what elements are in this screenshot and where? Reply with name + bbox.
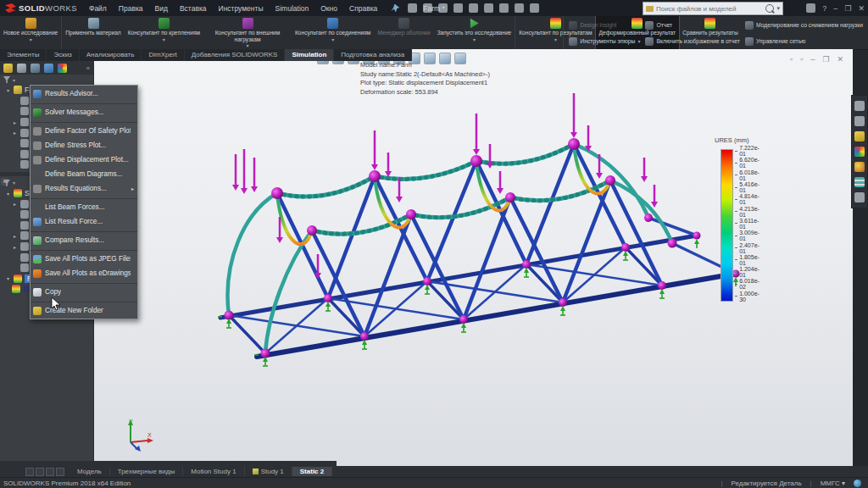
save-icon[interactable] xyxy=(453,3,463,13)
menu-item[interactable]: Правка xyxy=(114,3,148,14)
context-menu-item[interactable]: Save All Plots as eDrawings xyxy=(31,266,137,280)
toolbar-small-button[interactable]: Моделирование со снижением нагрузки xyxy=(745,18,863,32)
tab-scroll-buttons[interactable] xyxy=(0,468,70,476)
menu-item-icon xyxy=(33,269,42,278)
open-icon[interactable] xyxy=(438,3,448,13)
legend-tick xyxy=(735,236,737,236)
menu-item[interactable]: Окно xyxy=(315,3,342,14)
ds-logo-icon xyxy=(5,3,16,13)
part-icon xyxy=(14,86,22,94)
toolbar-button[interactable]: Консультант по креплениям xyxy=(125,16,203,49)
context-menu-item[interactable]: Copy xyxy=(31,283,137,299)
undo-icon[interactable] xyxy=(484,3,493,13)
user-login-icon[interactable] xyxy=(806,3,815,13)
forum-icon[interactable] xyxy=(854,192,865,202)
toolbar-button[interactable]: Менеджер оболочки xyxy=(374,16,433,49)
toolbar-small-button[interactable]: Включить изображение в отчет xyxy=(645,34,739,48)
doc-tab[interactable]: Study 1 xyxy=(245,467,292,476)
context-menu-item[interactable]: Solver Messages... xyxy=(31,103,137,119)
toolbar-small-icon xyxy=(645,37,654,46)
search-box[interactable]: Поиск файлов и моделей ▾ xyxy=(643,2,783,15)
context-menu-item[interactable]: Compare Results... xyxy=(31,231,137,247)
search-input[interactable]: Поиск файлов и моделей xyxy=(656,5,763,13)
menu-item[interactable]: Инструменты xyxy=(214,3,269,14)
file-explorer-icon[interactable] xyxy=(854,131,865,141)
toolbar-small-button[interactable]: Инструменты эпюры xyxy=(569,34,640,48)
triad-y-label: Y xyxy=(129,419,133,424)
filter-caret-icon[interactable]: ▾ xyxy=(13,77,15,83)
configurationmanager-tab-icon[interactable] xyxy=(31,64,40,73)
toolbar-button[interactable]: Консультант по соединениям xyxy=(292,16,374,49)
toolbar-small-button[interactable]: Design Insight xyxy=(569,18,640,32)
status-bar: SOLIDWORKS Premium 2018 x64 Edition | Ре… xyxy=(0,477,868,488)
panel-expand-chevron-icon[interactable]: » xyxy=(86,64,90,72)
context-menu-item[interactable]: Results Advisor... xyxy=(31,86,137,101)
toolbar-button-icon xyxy=(159,18,170,29)
view-palette-icon[interactable] xyxy=(854,147,865,157)
study-item-icon xyxy=(20,231,29,240)
ribbon-tab[interactable]: Анализировать xyxy=(80,49,142,61)
context-menu-item[interactable]: Define Factor Of Safety Plot... xyxy=(31,122,137,138)
units-selector[interactable]: ММГС ▾ xyxy=(821,480,845,487)
options-gear-icon[interactable] xyxy=(530,3,539,13)
menu-item[interactable]: Вставка xyxy=(175,3,212,14)
search-icon[interactable] xyxy=(765,4,774,13)
context-menu-item[interactable]: Results Equations... ▸ xyxy=(31,181,137,196)
triad-x-label: X xyxy=(147,432,152,438)
help-button[interactable]: ? xyxy=(822,4,826,13)
context-menu-item[interactable]: Define Stress Plot... xyxy=(31,138,137,152)
language-globe-icon[interactable] xyxy=(854,480,861,487)
toolbar-small-button[interactable]: Управление сетью xyxy=(745,34,863,48)
new-document-icon[interactable] xyxy=(423,3,432,13)
context-menu-item[interactable]: List Result Force... xyxy=(31,214,137,229)
doc-tab[interactable]: Трехмерные виды xyxy=(110,467,184,476)
legend-value-row: 6.620e-01 xyxy=(735,157,760,169)
menu-item[interactable]: Файл xyxy=(84,3,112,14)
model-viewport[interactable]: ▫ ▫ – ❐ ✕ Model name:FarmStudy name:Stat… xyxy=(93,49,853,466)
context-menu-item[interactable]: Save All Plots as JPEG Files xyxy=(31,250,137,266)
select-arrow-icon[interactable] xyxy=(499,3,509,13)
doc-tab[interactable]: Static 2 xyxy=(292,467,332,476)
toolbar-button[interactable]: Консультант по внешним нагрузкам xyxy=(203,16,292,49)
solidworks-logo: SOLIDWORKS xyxy=(0,3,84,13)
resources-icon[interactable] xyxy=(854,101,865,111)
menu-item[interactable]: Simulation xyxy=(270,3,314,14)
home-icon[interactable] xyxy=(408,3,417,13)
print-icon[interactable] xyxy=(469,3,478,13)
ribbon-tab[interactable]: Эскиз xyxy=(47,49,79,61)
toolbar-button[interactable]: Новое исследование xyxy=(0,16,61,49)
ribbon-tab[interactable]: Подготовка анализа xyxy=(334,49,412,61)
appearances-icon[interactable] xyxy=(854,162,865,172)
close-button[interactable]: ✕ xyxy=(858,4,865,13)
menu-item[interactable]: Справка xyxy=(344,3,382,14)
doc-tab[interactable]: Модель xyxy=(70,467,110,476)
pin-icon[interactable] xyxy=(391,4,399,13)
study-filter-caret-icon[interactable]: ▾ xyxy=(13,180,15,186)
menu-item[interactable]: Вид xyxy=(150,3,173,14)
toolbar-button[interactable]: Запустить это исследование xyxy=(434,16,515,49)
context-menu-item[interactable]: Define Beam Diagrams... xyxy=(31,167,137,181)
ribbon-tab[interactable]: Добавления SOLIDWORKS xyxy=(185,49,286,61)
dimxpertmanager-tab-icon[interactable] xyxy=(44,64,53,73)
featuremanager-tab-icon[interactable] xyxy=(3,64,13,73)
context-menu-item[interactable]: Define Displacement Plot... xyxy=(31,152,137,167)
legend-tick xyxy=(735,223,737,224)
ribbon-tab[interactable]: DimXpert xyxy=(142,49,184,61)
propertymanager-tab-icon[interactable] xyxy=(17,64,26,73)
search-caret-icon[interactable]: ▾ xyxy=(776,5,780,12)
design-library-icon[interactable] xyxy=(854,116,865,126)
displaymanager-tab-icon[interactable] xyxy=(58,64,67,73)
doc-tab[interactable]: Motion Study 1 xyxy=(183,467,244,476)
filter-funnel-icon[interactable] xyxy=(3,76,10,83)
rebuild-icon[interactable] xyxy=(515,3,524,13)
minimize-button[interactable]: – xyxy=(833,4,837,13)
context-menu-item[interactable]: List Beam Forces... xyxy=(31,198,137,214)
toolbar-button[interactable]: Применить материал xyxy=(61,16,124,49)
context-menu-item[interactable]: Create New Folder xyxy=(31,302,137,318)
ribbon-tab[interactable]: Элементы xyxy=(0,49,47,61)
restore-button[interactable]: ❐ xyxy=(844,4,851,13)
ribbon-tab[interactable]: Simulation xyxy=(285,49,334,61)
toolbar-small-button[interactable]: Отчет xyxy=(645,18,739,32)
legend-value: 5.416e-01 xyxy=(739,181,760,193)
custom-properties-icon[interactable] xyxy=(854,177,865,187)
